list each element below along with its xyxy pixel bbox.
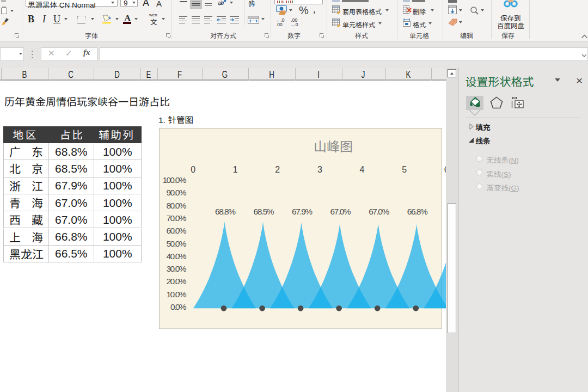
- svg-text:67.0%: 67.0%: [330, 207, 351, 216]
- svg-text:c: c: [249, 3, 251, 7]
- svg-text:90.0%: 90.0%: [167, 188, 187, 197]
- svg-text:2: 2: [275, 165, 280, 174]
- svg-text:70.0%: 70.0%: [167, 213, 187, 223]
- svg-text:0: 0: [191, 165, 195, 174]
- svg-text:0.0%: 0.0%: [170, 302, 187, 311]
- svg-text:30.0%: 30.0%: [167, 264, 187, 273]
- svg-text:ab: ab: [218, 0, 224, 6]
- svg-text:66.8%: 66.8%: [407, 207, 428, 216]
- svg-text:60.0%: 60.0%: [167, 226, 187, 235]
- svg-text:3: 3: [317, 165, 322, 174]
- svg-text:山峰图: 山峰图: [314, 136, 353, 155]
- svg-text:40.0%: 40.0%: [167, 252, 187, 261]
- svg-text:5: 5: [402, 165, 407, 174]
- svg-text:80.0%: 80.0%: [167, 201, 187, 210]
- svg-text:1: 1: [233, 165, 238, 174]
- svg-text:67.0%: 67.0%: [369, 207, 389, 216]
- svg-text:4: 4: [360, 165, 365, 174]
- svg-text:68.5%: 68.5%: [254, 207, 274, 216]
- svg-text:50.0%: 50.0%: [167, 238, 187, 248]
- svg-text:20.0%: 20.0%: [167, 277, 187, 286]
- svg-text:100.0%: 100.0%: [163, 175, 187, 185]
- svg-text:10.0%: 10.0%: [167, 290, 187, 299]
- svg-text:67.9%: 67.9%: [292, 207, 313, 216]
- svg-text:68.8%: 68.8%: [215, 207, 236, 216]
